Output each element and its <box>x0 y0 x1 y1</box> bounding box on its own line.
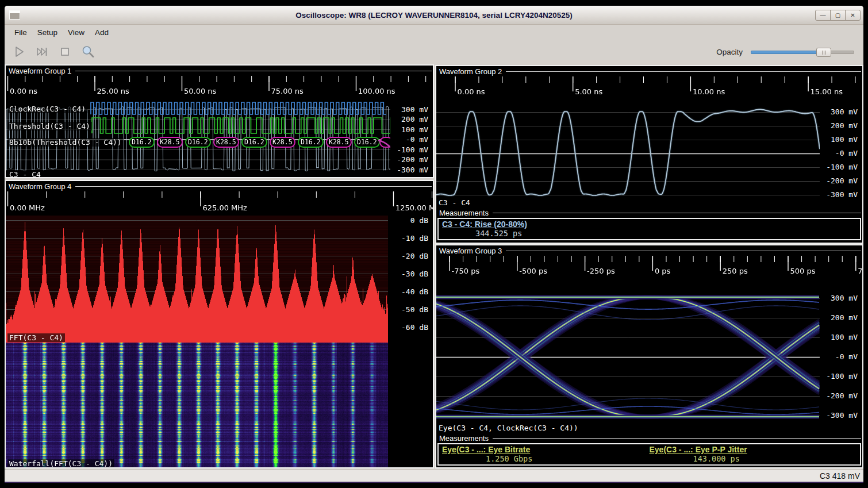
y-axis-label: 300 mV <box>401 105 428 114</box>
y-axis-label: -50 dB <box>401 305 428 314</box>
fft-label[interactable]: FFT(C3 - C4) <box>7 333 65 342</box>
play-icon <box>11 44 26 59</box>
group2-y-axis[interactable]: 300 mV200 mV100 mV-0 mV-100 mV-200 mV-30… <box>820 99 862 198</box>
group1-title: Waveform Group 1 <box>9 67 71 75</box>
y-axis-label: -300 mV <box>397 166 428 174</box>
group4-title: Waveform Group 4 <box>9 182 71 191</box>
title-rule <box>493 213 861 213</box>
magnifier-icon <box>80 44 95 59</box>
menu-item-setup[interactable]: Setup <box>32 26 63 39</box>
group2-title: Waveform Group 2 <box>439 67 502 76</box>
group2-timeline[interactable] <box>436 76 862 99</box>
y-axis-label: 0 dB <box>410 216 428 225</box>
group4-fft-plot[interactable]: FFT(C3 - C4) <box>6 216 388 343</box>
play-button[interactable] <box>10 43 28 60</box>
slider-handle[interactable] <box>816 48 831 57</box>
window-icon <box>9 10 20 20</box>
stop-icon <box>57 44 72 59</box>
menu-bar: FileSetupViewAdd <box>5 25 863 40</box>
group4-waterfall-plot[interactable]: Waterfall(FFT(C3 - C4)) <box>6 343 388 468</box>
y-axis-label: -40 dB <box>401 287 428 296</box>
measurement-jitter: Eye(C3 - ...: Eye P-P Jitter 143.000 ps <box>650 445 857 463</box>
y-axis-label: 200 mV <box>831 121 858 130</box>
decode-symbol: K28.5 <box>213 137 239 148</box>
y-axis-label: -60 dB <box>401 323 428 332</box>
zoom-button[interactable] <box>79 43 97 60</box>
menu-item-file[interactable]: File <box>9 26 32 39</box>
y-axis-label: -10 dB <box>401 234 428 243</box>
y-axis-label: -300 mV <box>826 190 858 199</box>
decode-symbol: D16.2 <box>241 137 267 148</box>
opacity-control: Opacity <box>716 47 854 56</box>
single-trigger-icon <box>34 44 49 59</box>
group1-signal-label[interactable]: C3 - C4 <box>7 170 43 178</box>
group4-timeline[interactable] <box>6 191 433 216</box>
y-axis-label: 100 mV <box>831 135 858 144</box>
decode-symbol: D16.2 <box>185 137 211 148</box>
title-rule <box>75 186 432 187</box>
stop-button[interactable] <box>56 43 74 60</box>
eye-diagram-canvas[interactable] <box>436 279 820 424</box>
single-trigger-button[interactable] <box>33 43 51 60</box>
group1-timeline[interactable] <box>6 76 433 99</box>
waterfall-canvas[interactable] <box>6 343 388 468</box>
y-axis-label: 100 mV <box>831 333 858 341</box>
fft-canvas[interactable] <box>6 216 388 343</box>
title-rule <box>75 71 432 71</box>
status-probe-readout: C3 418 mV <box>820 471 860 481</box>
decode-symbol: K28.5 <box>157 137 183 148</box>
decode-tail-icon <box>376 135 390 163</box>
measurement-bitrate: Eye(C3 - ...: Eye Bitrate 1.250 Gbps <box>442 445 650 463</box>
waveform-group-4: Waveform Group 4 FFT(C3 - C4) 0 dB-10 dB… <box>5 180 434 468</box>
measurement-bitrate-label[interactable]: Eye(C3 - ...: Eye Bitrate <box>442 445 650 454</box>
group3-measurements-title: Measurements <box>439 434 489 443</box>
group3-title: Waveform Group 3 <box>439 247 502 255</box>
measurement-jitter-label[interactable]: Eye(C3 - ...: Eye P-P Jitter <box>650 445 857 454</box>
opacity-slider[interactable] <box>751 47 854 56</box>
measurement-jitter-value: 143.000 ps <box>650 454 857 463</box>
y-axis-label: -30 dB <box>401 270 428 278</box>
y-axis-label: -100 mV <box>826 372 858 381</box>
y-axis-label: -0 mV <box>406 135 428 144</box>
decode-symbol: K28.5 <box>326 137 352 148</box>
waterfall-label[interactable]: Waterfall(FFT(C3 - C4)) <box>7 459 114 468</box>
group2-waveform-canvas[interactable] <box>436 99 820 198</box>
channel-label-8b10b[interactable]: 8b10b(Threshold(C3 - C4)) <box>7 138 124 147</box>
measurement-rise-label[interactable]: C3 - C4: Rise (20-80%) <box>442 220 857 229</box>
menu-item-view[interactable]: View <box>63 26 90 39</box>
measurement-rise-value: 344.525 ps <box>442 229 857 238</box>
y-axis-label: -300 mV <box>826 411 858 420</box>
title-bar[interactable]: Oscilloscope: WR8 (LECROY WAVERUNNER8104… <box>5 6 863 25</box>
y-axis-label: 100 mV <box>401 125 428 134</box>
maximize-button[interactable]: ▢ <box>830 10 846 21</box>
slider-fill <box>751 51 824 54</box>
group2-signal-label[interactable]: C3 - C4 <box>436 198 862 208</box>
group1-y-axis[interactable]: 300 mV200 mV100 mV-0 mV-100 mV-200 mV-30… <box>390 99 433 178</box>
channel-label-threshold[interactable]: Threshold(C3 - C4) <box>7 122 92 130</box>
decode-symbol: D16.2 <box>298 137 324 148</box>
minimize-button[interactable]: — <box>815 10 831 21</box>
menu-item-add[interactable]: Add <box>90 26 114 39</box>
opacity-label: Opacity <box>716 48 743 56</box>
y-axis-label: -200 mV <box>826 391 858 400</box>
y-axis-label: -200 mV <box>397 155 428 164</box>
title-rule <box>506 251 861 251</box>
group4-y-axis[interactable]: 0 dB-10 dB-20 dB-30 dB-40 dB-50 dB-60 dB <box>388 216 433 343</box>
close-button[interactable]: ✕ <box>845 10 861 21</box>
oscilloscope-window: Oscilloscope: WR8 (LECROY WAVERUNNER8104… <box>5 6 863 483</box>
status-bar: C3 418 mV <box>5 470 863 482</box>
y-axis-label: 200 mV <box>831 313 858 322</box>
group1-plot[interactable]: ClockRec(C3 - C4) Threshold(C3 - C4) 8b1… <box>6 99 390 178</box>
group3-eye-plot[interactable] <box>436 279 820 424</box>
group3-y-axis[interactable]: 300 mV200 mV100 mV-0 mV-100 mV-200 mV-30… <box>820 279 862 424</box>
decode-symbol: D16.2 <box>129 137 155 148</box>
y-axis-label: 300 mV <box>831 107 858 116</box>
channel-label-clockrec[interactable]: ClockRec(C3 - C4) <box>7 105 87 113</box>
waveform-group-1: Waveform Group 1 ClockRec(C3 - C4) Thres… <box>5 64 434 178</box>
group3-timeline[interactable] <box>436 256 862 279</box>
group3-signal-label[interactable]: Eye(C3 - C4, ClockRec(C3 - C4)) <box>436 424 862 433</box>
y-axis-label: -0 mV <box>835 149 858 157</box>
waveform-group-2: Waveform Group 2 300 mV200 mV100 mV-0 mV… <box>435 65 863 244</box>
group3-measurements: Eye(C3 - ...: Eye Bitrate 1.250 Gbps Eye… <box>437 443 861 466</box>
group2-plot[interactable] <box>436 99 820 198</box>
